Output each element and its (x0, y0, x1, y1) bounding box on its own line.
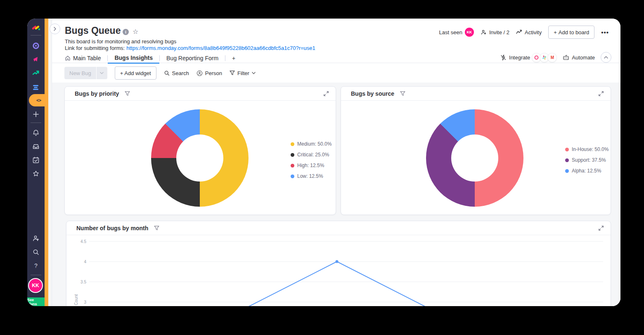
new-bug-dropdown[interactable] (97, 67, 107, 79)
sidebar-notifications-button[interactable] (27, 129, 45, 137)
help-icon: ? (34, 262, 38, 269)
y-axis-label: Count (74, 294, 78, 305)
inbox-icon (32, 143, 40, 150)
sidebar-add-product-button[interactable] (27, 111, 45, 118)
view-toolbar: New Bug + Add widget Search (64, 67, 256, 79)
filter-button[interactable]: Filter (230, 70, 256, 76)
last-seen-avatar[interactable]: KK (465, 28, 474, 37)
widget-expand-button[interactable] (323, 91, 329, 97)
expand-panel-button[interactable] (50, 24, 60, 34)
person-add-icon (481, 29, 487, 35)
bell-icon (32, 129, 40, 137)
widget-filter-button[interactable] (125, 91, 130, 96)
sidebar-item-marketing[interactable] (27, 56, 45, 63)
line-chart-bugs-by-month[interactable]: 4.543.53 (66, 221, 611, 306)
info-icon[interactable]: i (123, 29, 129, 35)
legend-label: In-House: 50.0% (572, 146, 608, 152)
person-icon (197, 70, 203, 76)
new-bug-button-disabled[interactable]: New Bug (64, 67, 107, 79)
add-widget-button[interactable]: + Add widget (115, 66, 156, 80)
data-point[interactable] (336, 260, 339, 263)
sidebar-item-work-management[interactable] (27, 42, 45, 50)
sidebar-invite-button[interactable] (27, 235, 45, 242)
board-description: This board is for monitoring and resolvi… (65, 38, 176, 45)
home-icon (65, 55, 71, 61)
legend-dot (291, 175, 294, 178)
search-icon (32, 248, 40, 256)
legend-label: Alpha: 12.5% (572, 168, 601, 174)
sidebar-my-work-button[interactable] (27, 156, 45, 164)
board-link-line: Link for submitting forms:https://forms.… (65, 45, 315, 51)
activity-icon (516, 30, 522, 35)
integrate-icon (500, 54, 507, 61)
plus-icon: + (554, 29, 557, 35)
widget-bugs-by-priority: Bugs by priority Medium: 50.0%Critical: … (64, 86, 336, 215)
chevron-up-icon (604, 56, 608, 59)
sidebar-favorites-button[interactable] (27, 170, 45, 177)
legend-dot (565, 158, 569, 162)
megaphone-icon (32, 56, 40, 63)
widget-header: Bugs by source (341, 87, 611, 101)
filter-funnel-icon (230, 71, 235, 75)
sidebar-search-button[interactable] (27, 248, 45, 256)
legend-dot (291, 142, 294, 146)
filter-funnel-icon (400, 91, 405, 96)
line-series-count[interactable] (248, 262, 426, 306)
sidebar-help-button[interactable]: ? (27, 262, 45, 269)
sidebar-item-projects[interactable] (27, 83, 45, 91)
robot-icon (563, 54, 569, 60)
invite-button[interactable]: Invite / 2 (481, 29, 509, 35)
integrate-button[interactable]: Integrate M (500, 53, 557, 62)
add-to-board-button[interactable]: + Add to board (548, 26, 594, 39)
automate-button[interactable]: Automate (563, 54, 595, 61)
legend-label: High: 12.5% (297, 163, 324, 168)
chevron-down-icon (100, 72, 104, 74)
widget-title: Bugs by priority (75, 90, 119, 97)
board-menu-button[interactable]: ••• (601, 29, 609, 36)
see-plans-button[interactable]: See plans (27, 297, 45, 306)
avatar-initials: KK (32, 283, 39, 288)
legend-item[interactable]: Support: 37.5% (565, 156, 608, 164)
activity-button[interactable]: Activity (516, 29, 542, 35)
sidebar-divider (31, 123, 41, 123)
legend-item[interactable]: In-House: 50.0% (565, 146, 608, 153)
legend-label: Low: 12.5% (297, 173, 323, 179)
legend-item[interactable]: Medium: 50.0% (291, 140, 331, 148)
user-avatar[interactable]: KK (29, 279, 42, 292)
y-tick-label: 4 (84, 260, 86, 264)
donut-chart-bugs-by-source[interactable] (426, 109, 523, 207)
view-tabs: Main Table Bugs Insights Bug Reporting F… (65, 53, 242, 63)
tab-main-table[interactable]: Main Table (65, 53, 107, 63)
widget-expand-button[interactable] (598, 91, 604, 97)
sidebar-item-crm[interactable] (27, 69, 45, 77)
person-filter-button[interactable]: Person (197, 70, 222, 76)
collapsed-workspace-panel (48, 19, 52, 306)
donut-chart-bugs-by-priority[interactable] (151, 109, 249, 207)
legend-dot (291, 153, 294, 157)
tab-bug-reporting-form[interactable]: Bug Reporting Form (160, 53, 225, 63)
bars-icon (32, 83, 40, 91)
favorite-star-icon[interactable]: ☆ (133, 28, 138, 35)
legend-item[interactable]: High: 12.5% (291, 162, 331, 169)
chart-legend: Medium: 50.0%Critical: 25.0%High: 12.5%L… (291, 140, 331, 180)
star-icon (32, 170, 40, 177)
forms-link[interactable]: https://forms.monday.com/forms/8a8b649f9… (126, 45, 315, 51)
main-content: Bugs Queue i ☆ This board is for monitor… (52, 19, 620, 306)
legend-item[interactable]: Alpha: 12.5% (565, 167, 608, 175)
calendar-check-icon (32, 156, 40, 164)
widget-filter-button[interactable] (400, 91, 405, 96)
y-tick-label: 3 (84, 300, 86, 304)
search-button[interactable]: Search (164, 70, 189, 76)
legend-label: Critical: 25.0% (297, 152, 329, 158)
app-window: <> (27, 19, 620, 306)
collapse-header-button[interactable] (601, 52, 611, 63)
legend-item[interactable]: Low: 12.5% (291, 172, 331, 180)
legend-item[interactable]: Critical: 25.0% (291, 151, 331, 158)
monday-logo[interactable] (27, 24, 45, 31)
trend-up-icon (32, 69, 40, 77)
tab-bugs-insights[interactable]: Bugs Insights (108, 52, 159, 64)
search-icon (164, 70, 170, 76)
gmail-app-icon[interactable]: M (547, 53, 557, 62)
sidebar-inbox-button[interactable] (27, 143, 45, 150)
add-view-button[interactable]: + (225, 53, 242, 63)
